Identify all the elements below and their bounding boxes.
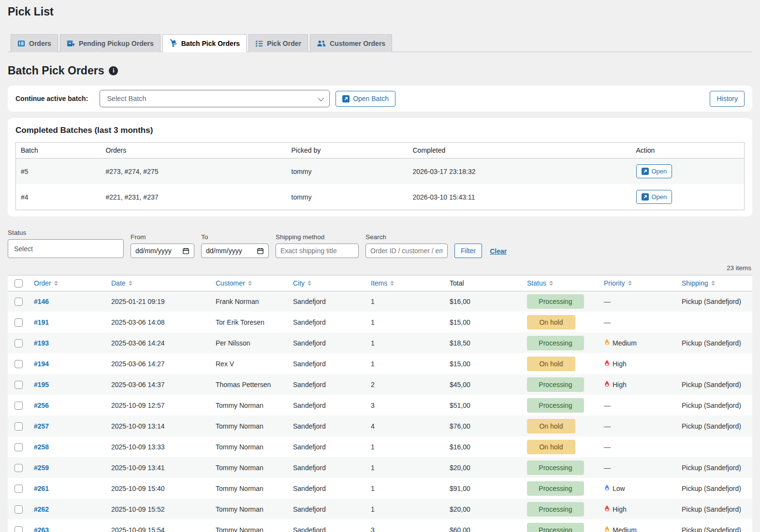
order-total: $15,00	[445, 312, 522, 332]
status-badge: Processing	[527, 502, 584, 517]
tab-customer-orders[interactable]: Customer Orders	[310, 34, 392, 52]
batches-column-action: Action	[631, 143, 745, 158]
order-link[interactable]: #191	[34, 318, 49, 326]
shipping-method: Pickup (Sandefjord)	[677, 478, 752, 499]
status-badge: Processing	[527, 398, 584, 413]
row-checkbox[interactable]	[15, 298, 23, 306]
column-header-priority[interactable]: Priority	[599, 275, 677, 291]
orders-table-icon	[17, 40, 25, 47]
customer-name: Per Nilsson	[211, 332, 288, 353]
batches-column-picked-by: Picked by	[287, 143, 408, 158]
batch-orders: #273, #274, #275	[101, 158, 287, 185]
row-checkbox[interactable]	[15, 339, 23, 347]
search-input[interactable]	[365, 244, 448, 258]
items-count: 23 items	[8, 264, 751, 272]
completed-batches-heading: Completed Batches (last 3 months)	[15, 126, 745, 135]
priority-flame-icon	[604, 505, 610, 514]
customer-name: Tommy Norman	[211, 436, 288, 457]
shipping-method-label: Shipping method	[276, 233, 359, 241]
column-header-status[interactable]: Status	[522, 275, 599, 291]
priority-label: High	[613, 505, 627, 513]
priority-flame-icon	[604, 359, 610, 368]
row-checkbox[interactable]	[15, 464, 23, 472]
priority-cell: —	[599, 416, 677, 436]
open-completed-batch-button[interactable]: Open	[636, 164, 672, 178]
row-checkbox[interactable]	[15, 443, 23, 451]
order-link[interactable]: #263	[34, 526, 49, 532]
info-icon[interactable]: i	[109, 66, 118, 75]
order-link[interactable]: #262	[34, 505, 49, 513]
to-date-value: dd/mm/yyyy	[206, 247, 242, 255]
batches-column-completed: Completed	[408, 143, 631, 158]
orders-table: OrderDateCustomerCityItemsTotalStatusPri…	[8, 275, 752, 532]
order-link[interactable]: #195	[34, 381, 49, 388]
open-external-icon	[642, 193, 649, 201]
order-link[interactable]: #259	[34, 464, 49, 472]
order-date: 2025-10-09 15:52	[106, 499, 211, 519]
status-badge: Processing	[527, 460, 584, 475]
order-link[interactable]: #258	[34, 443, 49, 451]
row-checkbox[interactable]	[15, 318, 23, 327]
priority-flame-icon	[604, 484, 610, 493]
status-filter-select[interactable]: Select	[8, 239, 124, 258]
shipping-method: Pickup (Sandefjord)	[677, 457, 752, 478]
row-checkbox[interactable]	[15, 360, 23, 368]
order-link[interactable]: #194	[34, 360, 49, 368]
tab-pending-pickup-orders[interactable]: Pending Pickup Orders	[60, 34, 161, 52]
column-label: Shipping	[682, 279, 708, 287]
select-all-checkbox[interactable]	[15, 279, 23, 288]
column-header-date[interactable]: Date	[106, 275, 211, 291]
row-checkbox[interactable]	[15, 381, 23, 389]
order-link[interactable]: #256	[34, 402, 49, 409]
pending-pickup-icon	[67, 40, 75, 47]
history-label: History	[716, 95, 738, 102]
order-row: #1932025-03-06 14:24Per NilssonSandefjor…	[8, 332, 752, 353]
clear-filters-link[interactable]: Clear	[490, 247, 507, 255]
column-header-customer[interactable]: Customer	[211, 275, 288, 291]
order-date: 2025-10-09 12:57	[106, 395, 211, 416]
row-checkbox[interactable]	[15, 526, 23, 532]
tab-batch-pick-orders[interactable]: Batch Pick Orders	[162, 34, 247, 52]
items-count: 1	[366, 291, 445, 312]
batch-picked-by: tommy	[287, 158, 408, 185]
order-link[interactable]: #261	[34, 485, 49, 492]
city: Sandefjord	[288, 478, 366, 499]
filter-button[interactable]: Filter	[454, 244, 482, 258]
row-checkbox[interactable]	[15, 485, 23, 493]
order-link[interactable]: #257	[34, 422, 49, 430]
order-row: #2612025-10-09 15:40Tommy NormanSandefjo…	[8, 478, 752, 499]
open-external-icon	[342, 95, 350, 102]
shipping-method-input[interactable]	[276, 244, 359, 258]
column-header-city[interactable]: City	[288, 275, 366, 291]
history-button[interactable]: History	[710, 91, 745, 107]
column-label: City	[293, 279, 305, 287]
column-header-order[interactable]: Order	[29, 275, 106, 291]
order-date: 2025-03-06 14:27	[106, 353, 211, 374]
priority-label: Medium	[613, 526, 637, 532]
tab-pick-order[interactable]: Pick Order	[248, 34, 308, 52]
batch-select[interactable]: Select Batch	[100, 90, 330, 107]
open-batch-button[interactable]: Open Batch	[336, 91, 395, 107]
items-count: 1	[366, 457, 445, 478]
sort-icon	[628, 281, 632, 286]
row-checkbox[interactable]	[15, 505, 23, 514]
order-row: #2622025-10-09 15:52Tommy NormanSandefjo…	[8, 499, 752, 519]
column-header-items[interactable]: Items	[366, 275, 445, 291]
chevron-down-icon	[318, 95, 324, 101]
row-checkbox[interactable]	[15, 422, 23, 431]
row-checkbox[interactable]	[15, 402, 23, 410]
column-header-shipping[interactable]: Shipping	[677, 275, 752, 291]
tab-orders[interactable]: Orders	[11, 34, 58, 52]
batch-orders: #221, #231, #237	[101, 184, 287, 210]
order-link[interactable]: #146	[34, 298, 49, 305]
order-link[interactable]: #193	[34, 339, 49, 347]
calendar-icon[interactable]	[257, 247, 264, 255]
priority-label: High	[613, 381, 627, 388]
calendar-icon[interactable]	[182, 247, 190, 255]
items-count: 3	[366, 519, 445, 532]
to-date-input[interactable]: dd/mm/yyyy	[201, 244, 269, 258]
from-date-input[interactable]: dd/mm/yyyy	[131, 244, 194, 258]
priority-cell: Medium	[599, 332, 677, 353]
status-badge: Processing	[527, 336, 584, 350]
open-completed-batch-button[interactable]: Open	[636, 190, 672, 204]
